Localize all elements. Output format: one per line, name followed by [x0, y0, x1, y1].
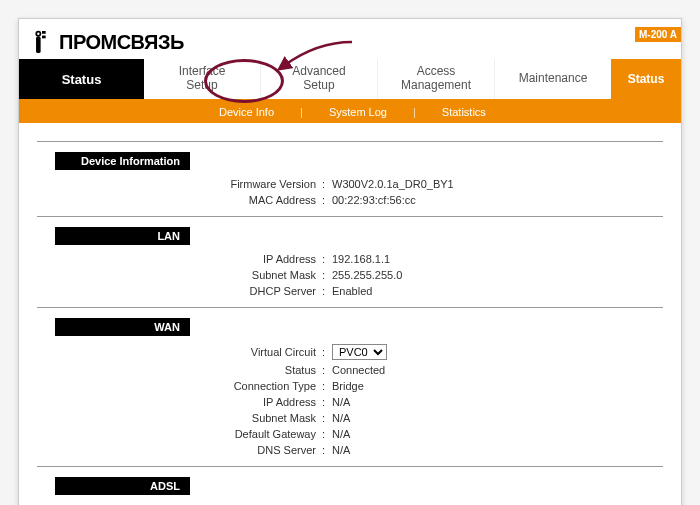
subnav-device-info[interactable]: Device Info: [219, 106, 274, 118]
nav-title-right[interactable]: Status: [611, 59, 681, 99]
row-connection-type: Connection Type: Bridge: [192, 380, 663, 392]
label: Firmware Version: [192, 178, 322, 190]
lan-block: IP Address: 192.168.1.1 Subnet Mask: 255…: [192, 253, 663, 297]
subnav-separator: |: [413, 106, 416, 118]
brand-logo: ПРОМСВЯЗЬ: [31, 28, 184, 56]
row-lan-mask: Subnet Mask: 255.255.255.0: [192, 269, 663, 281]
subnav-system-log[interactable]: System Log: [329, 106, 387, 118]
value: 00:22:93:cf:56:cc: [330, 194, 416, 206]
nav-tabs: Interface Setup Advanced Setup Access Ma…: [144, 59, 611, 99]
tab-interface-setup[interactable]: Interface Setup: [144, 59, 261, 99]
row-mac-address: MAC Address: 00:22:93:cf:56:cc: [192, 194, 663, 206]
subnav-statistics[interactable]: Statistics: [442, 106, 486, 118]
tab-label-line1: Interface: [179, 65, 226, 79]
label: DNS Server: [192, 444, 322, 456]
row-lan-dhcp: DHCP Server: Enabled: [192, 285, 663, 297]
svg-rect-3: [42, 31, 46, 34]
sub-nav: Device Info | System Log | Statistics: [19, 101, 681, 123]
value: 255.255.255.0: [330, 269, 402, 281]
row-default-gateway: Default Gateway: N/A: [192, 428, 663, 440]
svg-rect-4: [42, 36, 46, 39]
brand-name: ПРОМСВЯЗЬ: [59, 31, 184, 54]
value: W300V2.0.1a_DR0_BY1: [330, 178, 454, 190]
content-area: Device Information Firmware Version: W30…: [19, 123, 681, 505]
divider: [37, 307, 663, 308]
value: Connected: [330, 364, 385, 376]
label: IP Address: [192, 253, 322, 265]
label: Connection Type: [192, 380, 322, 392]
label: MAC Address: [192, 194, 322, 206]
tab-access-management[interactable]: Access Management: [378, 59, 495, 99]
row-virtual-circuit: Virtual Circuit: PVC0: [192, 344, 663, 360]
tab-advanced-setup[interactable]: Advanced Setup: [261, 59, 378, 99]
section-header-adsl: ADSL: [55, 477, 190, 495]
nav-title-left: Status: [19, 59, 144, 99]
row-firmware-version: Firmware Version: W300V2.0.1a_DR0_BY1: [192, 178, 663, 190]
svg-point-1: [37, 33, 39, 35]
primary-nav: Status Interface Setup Advanced Setup Ac…: [19, 59, 681, 101]
wan-block: Virtual Circuit: PVC0 Status: Connected …: [192, 344, 663, 456]
value: N/A: [330, 412, 350, 424]
label: Virtual Circuit: [192, 346, 322, 358]
section-header-device-info: Device Information: [55, 152, 190, 170]
label: DHCP Server: [192, 285, 322, 297]
router-admin-frame: ПРОМСВЯЗЬ M-200 A Status Interface Setup…: [18, 18, 682, 505]
value: 192.168.1.1: [330, 253, 390, 265]
value: Enabled: [330, 285, 372, 297]
tab-maintenance[interactable]: Maintenance: [495, 59, 611, 99]
row-wan-ip: IP Address: N/A: [192, 396, 663, 408]
virtual-circuit-select[interactable]: PVC0: [332, 344, 387, 360]
label: Subnet Mask: [192, 412, 322, 424]
svg-rect-2: [36, 37, 41, 54]
topbar: ПРОМСВЯЗЬ M-200 A: [19, 19, 681, 59]
tab-label-line2: Setup: [303, 79, 334, 93]
divider: [37, 216, 663, 217]
value: PVC0: [330, 344, 387, 360]
logo-glyph-icon: [31, 28, 53, 56]
tab-label-line1: Access: [417, 65, 456, 79]
label: Subnet Mask: [192, 269, 322, 281]
label: Default Gateway: [192, 428, 322, 440]
tab-label-line2: Setup: [186, 79, 217, 93]
label: IP Address: [192, 396, 322, 408]
label: Status: [192, 364, 322, 376]
value: Bridge: [330, 380, 364, 392]
value: N/A: [330, 396, 350, 408]
section-header-lan: LAN: [55, 227, 190, 245]
divider: [37, 466, 663, 467]
device-info-block: Firmware Version: W300V2.0.1a_DR0_BY1 MA…: [192, 178, 663, 206]
tab-label-line1: Maintenance: [519, 72, 588, 86]
row-lan-ip: IP Address: 192.168.1.1: [192, 253, 663, 265]
value: N/A: [330, 428, 350, 440]
section-header-wan: WAN: [55, 318, 190, 336]
subnav-separator: |: [300, 106, 303, 118]
row-dns-server: DNS Server: N/A: [192, 444, 663, 456]
tab-label-line2: Management: [401, 79, 471, 93]
divider: [37, 141, 663, 142]
row-wan-status: Status: Connected: [192, 364, 663, 376]
tab-label-line1: Advanced: [292, 65, 345, 79]
value: N/A: [330, 444, 350, 456]
model-badge: M-200 A: [635, 27, 681, 42]
row-wan-mask: Subnet Mask: N/A: [192, 412, 663, 424]
